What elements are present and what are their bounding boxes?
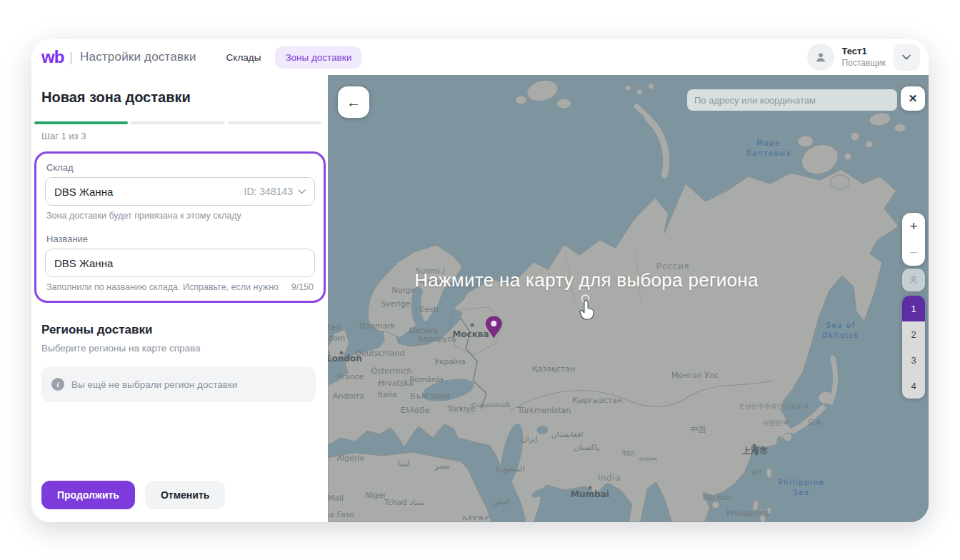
progress-segment — [34, 121, 128, 124]
chevron-down-icon — [298, 189, 306, 194]
zoom-controls: + − — [902, 213, 925, 266]
user-info: Тест1 Поставщик — [841, 46, 886, 68]
panel-actions: Продолжить Отменить — [41, 481, 225, 509]
map-page-3[interactable]: 3 — [902, 347, 925, 373]
regions-title: Регионы доставки — [41, 323, 328, 337]
user-name: Тест1 — [841, 46, 886, 57]
map-area: Море ЛаптевыхSea of OkhotskPhilippine Se… — [328, 75, 929, 522]
progress-segment — [228, 121, 321, 124]
header-tabs: Склады Зоны доставки — [216, 46, 362, 69]
new-zone-panel: Новая зона доставки Шаг 1 из 3 Склад DBS… — [31, 75, 328, 522]
map-search-input[interactable] — [687, 89, 897, 111]
name-helper: Заполнили по названию склада. Исправьте,… — [46, 282, 315, 292]
warehouse-value: DBS Жанна — [54, 186, 113, 198]
name-label: Название — [46, 234, 315, 244]
warehouse-label: Склад — [46, 162, 315, 173]
back-button[interactable]: ← — [338, 86, 369, 118]
zoom-in-button[interactable]: + — [902, 213, 925, 239]
chevron-down-icon — [902, 54, 911, 60]
map-page-4[interactable]: 4 — [902, 373, 925, 399]
person-icon — [814, 50, 828, 64]
warehouse-name-group: Склад DBS Жанна ID: 348143 Зона доставки… — [34, 151, 326, 303]
wb-logo: wb — [41, 47, 64, 67]
info-icon: i — [51, 378, 64, 391]
empty-regions-notice: i Вы ещё не выбрали регион доставки — [41, 366, 316, 402]
logo-divider: | — [69, 50, 73, 65]
progress-segment — [131, 121, 224, 124]
continue-button[interactable]: Продолжить — [41, 481, 135, 509]
delivery-settings-window: wb | Настройки доставки Склады Зоны дост… — [31, 39, 929, 522]
app-title: Настройки доставки — [80, 50, 196, 64]
zone-name-input[interactable] — [45, 249, 315, 277]
user-role: Поставщик — [841, 58, 886, 69]
tab-warehouses[interactable]: Склады — [216, 46, 271, 69]
locate-me-button[interactable] — [902, 269, 925, 291]
map-page-2[interactable]: 2 — [902, 321, 925, 347]
page-title: Новая зона доставки — [41, 89, 328, 106]
avatar — [807, 44, 834, 71]
char-counter: 9/150 — [291, 282, 314, 292]
user-menu[interactable]: Тест1 Поставщик — [807, 44, 920, 71]
tab-delivery-zones[interactable]: Зоны доставки — [275, 46, 361, 69]
warehouse-select[interactable]: DBS Жанна ID: 348143 — [45, 177, 315, 206]
person-icon — [908, 274, 919, 286]
map-hint-text: Нажмите на карту для выбора региона — [414, 269, 758, 291]
map-page-1[interactable]: 1 — [902, 296, 925, 321]
warehouse-helper: Зона доставки будет привязана к этому ск… — [46, 211, 315, 221]
user-menu-toggle[interactable] — [893, 44, 920, 71]
world-map[interactable] — [328, 75, 929, 522]
regions-subtitle: Выберите регионы на карте справа — [41, 343, 328, 354]
step-progress-bar — [34, 121, 321, 124]
close-map-button[interactable]: ✕ — [901, 86, 925, 111]
step-label: Шаг 1 из 3 — [41, 131, 328, 141]
zoom-out-button[interactable]: − — [902, 239, 925, 266]
app-header: wb | Настройки доставки Склады Зоны дост… — [31, 39, 929, 75]
cancel-button[interactable]: Отменить — [145, 481, 225, 509]
warehouse-id: ID: 348143 — [244, 186, 294, 197]
map-page-switcher: 1234 — [902, 296, 925, 399]
